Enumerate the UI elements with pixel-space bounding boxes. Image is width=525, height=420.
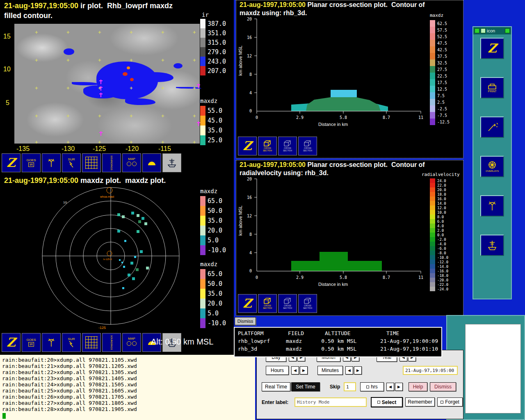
label-input-field[interactable]: History Mode <box>294 397 367 407</box>
latlon-grid-cross-icon: + <box>193 139 196 145</box>
toolbox-titlebar[interactable]: icon <box>473 27 511 34</box>
goes-ir-button[interactable]: GOESIR <box>22 153 41 172</box>
minutes-decrement-button[interactable]: ◀ <box>345 366 353 374</box>
surface-obs-button[interactable]: SUR <box>62 333 81 352</box>
remember-button[interactable]: Remember <box>405 397 435 406</box>
latlon-grid-cross-icon: + <box>130 113 133 119</box>
dome-button[interactable] <box>142 153 161 172</box>
colorbar-row: 12.5 <box>430 86 450 92</box>
ir-toolbar: Z GOESIR SUR SOUNDINGS MAP <box>2 153 181 172</box>
latlon-grid-cross-icon: + <box>193 113 196 119</box>
xs1-xlabel: Distance in km <box>318 122 348 127</box>
cross-section-button-active[interactable]: CROSSSECTION <box>258 137 277 155</box>
minutes-button[interactable]: Minutes <box>317 366 343 375</box>
xterm-window[interactable]: rain:beaufait:20>xdump.all 970821.1105.x… <box>0 355 255 420</box>
annotate-wand-button[interactable] <box>480 116 504 138</box>
latlon-grid-cross-icon: + <box>130 85 133 91</box>
colorbar-row: 47.5 <box>430 40 450 46</box>
grid-button[interactable] <box>82 333 101 352</box>
map-button[interactable]: MAP <box>122 153 141 172</box>
radar-dish-button[interactable] <box>42 153 61 172</box>
soundings-button[interactable]: SOUNDINGS <box>102 333 121 352</box>
enter-label-label: Enter label: <box>262 399 288 405</box>
ir-contour-blue-patch <box>173 63 183 68</box>
hours-decrement-button[interactable]: ◀ <box>291 366 299 374</box>
set-time-button[interactable]: Set Time <box>291 382 320 391</box>
time-display-field[interactable]: 21-Aug-97,19:05:00 <box>403 366 458 375</box>
overlays-button[interactable]: OVERLAYS <box>480 156 504 177</box>
soundings-button[interactable]: SOUNDINGS <box>102 153 121 172</box>
desktop: 21-aug-1997,19:05:00 ir plot. Rhb_lowprf… <box>0 0 525 420</box>
iconify-icon[interactable] <box>481 28 486 33</box>
menu-box-icon[interactable] <box>475 28 479 33</box>
minutes-increment-button[interactable]: ▶ <box>354 366 362 374</box>
xs2-plot[interactable] <box>249 177 429 283</box>
cross-section-button-active[interactable]: CROSSSECTION <box>258 294 277 313</box>
colorbar-row: -12.5 <box>430 119 450 125</box>
help-button[interactable]: Help <box>409 382 427 391</box>
colorbar-row: 17.5 <box>430 79 450 86</box>
select-button[interactable]: Select <box>371 397 403 407</box>
colorbar-row: -4.0 <box>430 242 448 246</box>
maximize-icon[interactable] <box>505 28 510 33</box>
grid-button[interactable] <box>82 153 101 172</box>
popup-dismiss-button[interactable]: Dismiss <box>235 317 256 325</box>
colorbar-row: -24.0 <box>430 287 448 291</box>
radar-dish-button[interactable] <box>42 333 61 352</box>
print-button[interactable]: PRINT <box>480 77 504 98</box>
radar-antenna-button[interactable] <box>480 195 504 217</box>
colorbar-row: -10.0 <box>200 318 226 328</box>
skip-increment-button[interactable]: ▶ <box>395 383 403 391</box>
cross-section-button[interactable]: CROSSSECTION <box>298 294 317 313</box>
colorbar-row: 8.0 <box>430 215 448 219</box>
xs1-plot[interactable] <box>249 17 429 123</box>
surface-obs-button[interactable]: SUR <box>62 153 81 172</box>
map-button[interactable]: MAP <box>122 333 141 352</box>
zebra-logo-button[interactable]: Z <box>480 38 504 59</box>
hours-button[interactable]: Hours <box>266 366 289 375</box>
terminal-line: rain:beaufait:27>xdump.all 970821.1805.x… <box>2 400 255 406</box>
xs2-title-text: Planar cross-section plot. Contour of <box>306 161 425 168</box>
zebra-logo-button[interactable]: Z <box>238 294 257 313</box>
terminal-line: rain:beaufait:28>xdump.all 970821.1905.x… <box>2 406 255 412</box>
skip-value-field[interactable]: 1 <box>344 382 356 391</box>
zebra-logo-button[interactable]: Z <box>2 153 21 172</box>
table-row[interactable]: rhb_lowprfmaxdz0.50 km MSL21-Aug-97,19:0… <box>238 337 438 345</box>
xs2-xtick: 8.7 <box>383 275 390 280</box>
ship-platform-button[interactable] <box>162 153 181 172</box>
cross-section-button[interactable]: CROSSSECTION <box>298 137 317 155</box>
hours-increment-button[interactable]: ▶ <box>300 366 308 374</box>
xs1-title-timestamp: 21-aug-1997,19:05:00 <box>240 1 306 8</box>
cross-section-maxdz-window: 21-aug-1997,19:05:00 Planar cross-sectio… <box>236 0 463 158</box>
zebra-logo-button[interactable]: Z <box>2 333 21 352</box>
zebra-logo-button[interactable]: Z <box>238 137 257 155</box>
skip-units-button[interactable]: hrs <box>360 382 384 391</box>
latlon-grid-cross-icon: + <box>130 57 133 63</box>
ir-title-text: ir plot. Rhb_lowprf maxdz <box>78 2 173 10</box>
skip-decrement-button[interactable]: ◀ <box>386 383 394 391</box>
colorbar-row: 4.0 <box>430 224 448 228</box>
ppi-radar-display[interactable]: whoa-mast b-125-0 10 <box>25 185 197 327</box>
colorbar-row: 5.0 <box>200 308 226 318</box>
ir-xtick: -125 <box>93 145 106 153</box>
xs1-colorbar-title: maxdz <box>430 13 443 18</box>
ir-ytick: 5 <box>6 99 9 107</box>
colorbar-row: -14.0 <box>430 264 448 269</box>
satellite-image[interactable]: ++++++++++++++++++++++++++++++ <box>14 24 200 144</box>
dialog-dismiss-button[interactable]: Dismiss <box>430 382 456 391</box>
ship-mast-button[interactable] <box>480 235 504 256</box>
real-time-button[interactable]: Real Time <box>262 382 290 391</box>
top-platform-label: whoa-mast <box>100 195 114 198</box>
latlon-grid-cross-icon: + <box>130 30 133 35</box>
cross-section-button[interactable]: CROSSSECTION <box>278 294 297 313</box>
colorbar-row: 10.0 <box>430 210 448 215</box>
xs2-xlabel: Distance in km <box>318 282 348 287</box>
cross-section-button[interactable]: CROSSSECTION <box>278 137 297 155</box>
ir-ytick: 15 <box>3 33 11 40</box>
xs1-xtick: 2.9 <box>296 115 304 120</box>
colorbar-row: 14.0 <box>430 201 448 205</box>
terminal-line: rain:beaufait:20>xdump.all 970821.1105.x… <box>2 357 255 363</box>
goes-ir-button[interactable]: GOESIR <box>22 333 41 352</box>
table-row[interactable]: rhb_3dmaxdz0.50 km MSL21-Aug-97,19:01:10 <box>238 345 438 353</box>
forget-button[interactable]: Forget <box>437 397 463 406</box>
